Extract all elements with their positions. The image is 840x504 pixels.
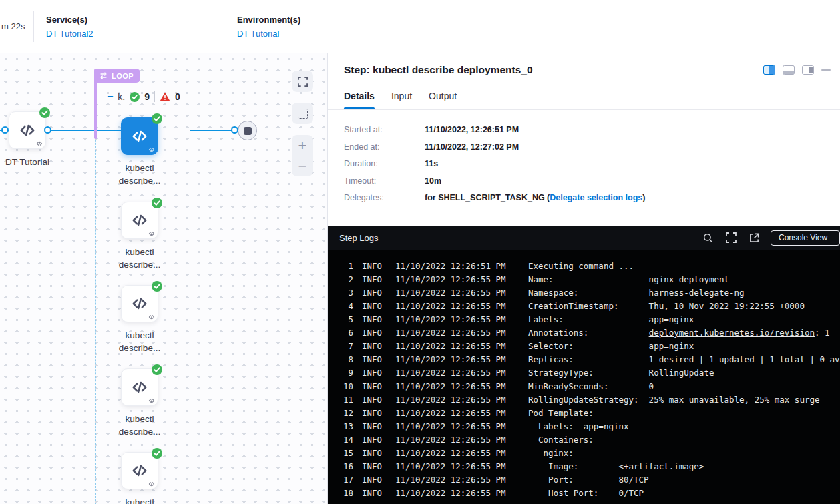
log-timestamp: 11/10/2022 12:26:55 PM (395, 366, 514, 380)
loop-badge-label: LOOP (112, 72, 134, 80)
step-detail-rows: Started at:11/10/2022, 12:26:51 PMEnded … (328, 110, 840, 202)
loop-step-wrap: kubectldescribe... (101, 452, 178, 504)
log-timestamp: 11/10/2022 12:26:55 PM (395, 407, 514, 420)
log-line-number: 10 (328, 380, 353, 393)
zoom-out-button[interactable]: − (292, 156, 313, 176)
split-right-view-icon[interactable] (763, 65, 775, 75)
log-level: INFO (362, 407, 386, 420)
success-check-icon (152, 113, 162, 124)
marquee-select-icon (298, 109, 308, 119)
open-in-new-icon[interactable] (749, 233, 759, 243)
log-line-number: 2 (328, 273, 353, 286)
step-node-kubectl-describe[interactable] (121, 117, 158, 155)
step-node-label: kubectldescribe... (101, 329, 178, 354)
tab-details[interactable]: Details (344, 91, 375, 109)
step-logs-section: Step Logs Console View 1 INFO 11/10/2022… (328, 226, 840, 504)
environments-block: Environment(s) DT Tutorial (225, 15, 300, 39)
step-type-mini-icon (148, 481, 155, 487)
delegate-selection-logs-link[interactable]: Delegate selection logs (550, 193, 642, 202)
code-step-icon (19, 121, 36, 139)
detail-label: Delegates: (344, 193, 425, 202)
log-timestamp: 11/10/2022 12:26:55 PM (395, 380, 514, 393)
environment-link[interactable]: DT Tutorial (237, 29, 300, 39)
log-timestamp: 11/10/2022 12:26:55 PM (395, 326, 514, 340)
log-timestamp: 11/10/2022 12:26:51 PM (395, 260, 514, 273)
services-block: Service(s) DT Tutorial2 (34, 15, 93, 39)
log-level: INFO (362, 380, 386, 393)
start-step-wrap: DT Tutorial (0, 111, 66, 168)
zoom-in-button[interactable]: + (292, 135, 313, 156)
log-level: INFO (362, 460, 386, 473)
log-line: 3 INFO 11/10/2022 12:26:55 PM Namespace:… (328, 286, 840, 300)
step-details-panel: Step: kubectl describe deployments_0 Det… (327, 53, 840, 504)
step-logs-title: Step Logs (339, 233, 703, 243)
log-line: 8 INFO 11/10/2022 12:26:55 PM Replicas: … (328, 353, 840, 366)
stop-square-icon (244, 127, 252, 135)
log-timestamp: 11/10/2022 12:26:55 PM (395, 353, 514, 366)
log-line: 14 INFO 11/10/2022 12:26:55 PM Container… (328, 433, 840, 447)
log-message: RollingUpdateStrategy: 25% max unavailab… (528, 393, 820, 407)
pipeline-end-node[interactable] (238, 121, 257, 140)
log-timestamp: 11/10/2022 12:26:55 PM (395, 300, 514, 313)
log-level: INFO (362, 353, 386, 366)
log-timestamp: 11/10/2022 12:26:55 PM (395, 273, 514, 286)
detail-value: 11s (425, 159, 438, 168)
step-node-dt-tutorial[interactable] (9, 111, 46, 149)
detail-value: 11/10/2022, 12:27:02 PM (425, 142, 519, 152)
detail-value: for SHELL_SCRIPT_TASK_NG (Delegate selec… (425, 193, 645, 202)
right-drawer-view-icon[interactable] (802, 65, 814, 75)
loop-step-wrap: kubectldescribe... (101, 202, 178, 271)
log-line-number: 15 (328, 447, 353, 460)
bottom-view-icon[interactable] (783, 65, 795, 75)
pipeline-graph-canvas[interactable]: LOOP − k. 9 0 DT Tutorial (0, 53, 327, 504)
log-message: Image: <+artifact.image> (528, 460, 704, 473)
log-message: Selector: app=nginx (528, 340, 694, 353)
detail-row: Ended at:11/10/2022, 12:27:02 PM (344, 142, 840, 152)
step-node-kubectl-describe[interactable] (121, 285, 158, 322)
step-node-label: kubectldescribe... (101, 162, 178, 187)
log-message: StrategyType: RollingUpdate (528, 366, 714, 380)
log-annotation-link[interactable]: deployment.kubernetes.io/revision (649, 328, 815, 338)
detail-label: Duration: (344, 159, 425, 168)
log-line: 5 INFO 11/10/2022 12:26:55 PM Labels: ap… (328, 313, 840, 326)
log-level: INFO (362, 273, 386, 286)
collapse-minus-icon[interactable]: − (107, 92, 113, 101)
log-line-number: 9 (328, 366, 353, 380)
warning-count: 0 (175, 91, 180, 102)
step-node-kubectl-describe[interactable] (121, 202, 158, 239)
fullscreen-logs-icon[interactable] (726, 232, 737, 243)
step-node-kubectl-describe[interactable] (121, 452, 158, 489)
log-message: Labels: app=nginx (528, 420, 629, 433)
log-timestamp: 11/10/2022 12:26:55 PM (395, 487, 514, 500)
minimize-panel-icon[interactable] (821, 69, 831, 71)
edge-to-end (190, 130, 237, 131)
tab-input[interactable]: Input (391, 91, 412, 109)
tab-output[interactable]: Output (429, 91, 457, 109)
step-node-label: DT Tutorial (0, 156, 66, 168)
success-check-icon (152, 198, 162, 208)
log-timestamp: 11/10/2022 12:26:55 PM (395, 313, 514, 326)
code-step-icon (131, 379, 148, 396)
step-node-kubectl-describe[interactable] (121, 368, 158, 406)
success-check-icon (152, 448, 162, 459)
log-line: 9 INFO 11/10/2022 12:26:55 PM StrategyTy… (328, 366, 840, 380)
log-line: 18 INFO 11/10/2022 12:26:55 PM Host Port… (328, 487, 840, 500)
canvas-select-button[interactable] (292, 103, 313, 124)
log-level: INFO (362, 473, 386, 487)
detail-value: 11/10/2022, 12:26:51 PM (425, 125, 519, 134)
log-line: 1 INFO 11/10/2022 12:26:51 PM Executing … (328, 260, 840, 273)
canvas-zoom-controls: + − (292, 135, 313, 176)
log-timestamp: 11/10/2022 12:26:55 PM (395, 393, 514, 407)
warning-triangle-icon (160, 92, 170, 101)
search-logs-icon[interactable] (703, 233, 713, 243)
step-logs-console[interactable]: 1 INFO 11/10/2022 12:26:51 PM Executing … (328, 250, 840, 504)
canvas-fullscreen-button[interactable] (292, 71, 313, 92)
code-step-icon (131, 462, 148, 479)
service-link[interactable]: DT Tutorial2 (46, 29, 93, 39)
success-check-icon (152, 364, 162, 375)
log-timestamp: 11/10/2022 12:26:55 PM (395, 286, 514, 300)
log-message: Labels: app=nginx (528, 313, 694, 326)
console-view-button[interactable]: Console View (771, 230, 840, 246)
execution-topbar: m 22s Service(s) DT Tutorial2 Environmen… (0, 0, 840, 53)
log-timestamp: 11/10/2022 12:26:55 PM (395, 420, 514, 433)
